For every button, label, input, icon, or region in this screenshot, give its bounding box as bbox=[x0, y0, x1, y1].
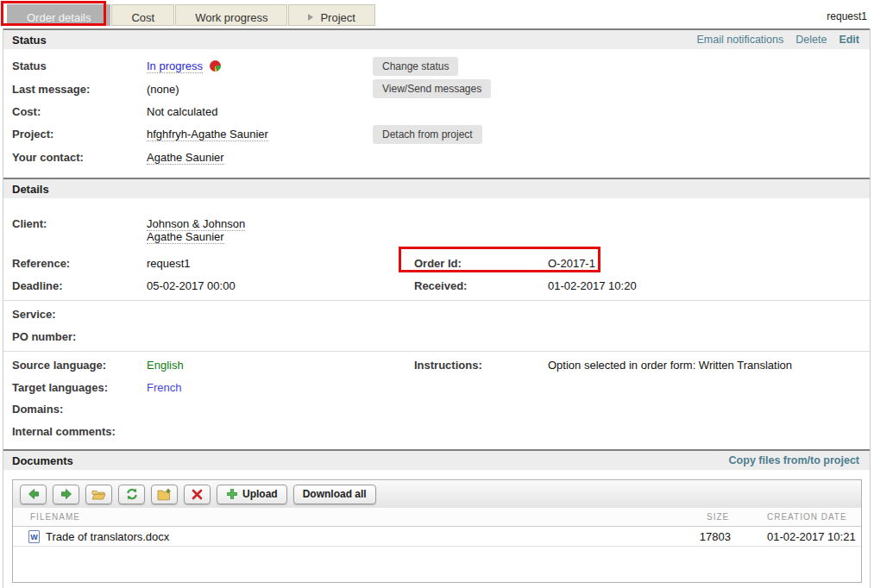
project-value-link[interactable]: hfghfryh-Agathe Saunier bbox=[147, 128, 268, 141]
cost-label: Cost: bbox=[12, 105, 41, 118]
details-section-title: Details bbox=[3, 183, 49, 196]
refresh-icon bbox=[125, 487, 139, 501]
client-name-link[interactable]: Johnson & Johnson bbox=[147, 217, 245, 231]
internal-comments-label: Internal comments: bbox=[12, 425, 116, 438]
last-message-value: (none) bbox=[147, 83, 179, 96]
status-section-title: Status bbox=[3, 34, 47, 47]
status-section-actions: Email notifications Delete Edit bbox=[697, 30, 860, 49]
download-all-button-label: Download all bbox=[303, 488, 367, 500]
tab-order-details-label: Order details bbox=[27, 11, 91, 24]
size-column-header[interactable]: SIZE bbox=[707, 512, 729, 522]
upload-button[interactable]: Upload bbox=[217, 485, 287, 504]
filename-column-header[interactable]: FILENAME bbox=[30, 512, 80, 522]
forward-arrow-button[interactable] bbox=[53, 485, 79, 504]
details-divider-1 bbox=[3, 300, 870, 301]
open-folder-icon bbox=[91, 488, 106, 501]
file-name: Trade of translators.docx bbox=[46, 530, 169, 543]
target-languages-value: French bbox=[147, 381, 181, 394]
documents-panel: Upload Download all FILENAME SIZE CREATI… bbox=[12, 479, 862, 583]
file-creation-date: 01-02-2017 10:21 bbox=[767, 530, 856, 543]
delete-file-button[interactable] bbox=[184, 485, 211, 504]
file-row[interactable]: W Trade of translators.docx 17803 01-02-… bbox=[13, 527, 861, 547]
details-section-header: Details bbox=[3, 178, 870, 198]
project-label: Project: bbox=[12, 128, 53, 141]
creation-date-column-header[interactable]: CREATION DATE bbox=[767, 512, 847, 522]
delete-x-icon bbox=[191, 488, 204, 501]
details-divider-2 bbox=[3, 351, 870, 352]
reference-value: request1 bbox=[147, 257, 191, 270]
upload-button-label: Upload bbox=[242, 488, 278, 500]
your-contact-value[interactable]: Agathe Saunier bbox=[147, 151, 224, 165]
delete-link[interactable]: Delete bbox=[795, 34, 827, 46]
documents-section-header: Documents Copy files from/to project bbox=[3, 449, 870, 470]
your-contact-label: Your contact: bbox=[12, 151, 84, 164]
tab-order-details[interactable]: Order details bbox=[7, 4, 110, 26]
last-message-label: Last message: bbox=[12, 83, 90, 96]
page-reference: request1 bbox=[827, 10, 867, 22]
view-send-messages-button[interactable]: View/Send messages bbox=[373, 79, 491, 98]
tab-bar: Order details Cost Work progress Project bbox=[7, 4, 376, 26]
word-file-icon: W bbox=[28, 530, 40, 543]
po-number-label: PO number: bbox=[12, 330, 76, 343]
documents-toolbar: Upload Download all bbox=[13, 480, 861, 508]
frame-left-edge bbox=[3, 28, 3, 588]
reference-label: Reference: bbox=[12, 257, 70, 270]
domains-label: Domains: bbox=[12, 403, 63, 416]
project-tab-arrow-icon bbox=[308, 14, 313, 21]
received-label: Received: bbox=[414, 279, 467, 292]
target-languages-label: Target languages: bbox=[12, 381, 108, 394]
service-label: Service: bbox=[12, 308, 56, 321]
instructions-label: Instructions: bbox=[414, 359, 482, 372]
email-notifications-link[interactable]: Email notifications bbox=[697, 34, 784, 46]
forward-arrow-icon bbox=[60, 487, 73, 501]
instructions-value: Option selected in order form: Written T… bbox=[548, 359, 792, 372]
order-id-value: O-2017-1 bbox=[548, 257, 595, 270]
tab-project-label: Project bbox=[320, 11, 355, 24]
frame-right-edge bbox=[870, 28, 871, 588]
deadline-label: Deadline: bbox=[12, 279, 63, 292]
change-status-button[interactable]: Change status bbox=[373, 57, 458, 76]
open-folder-button[interactable] bbox=[85, 485, 112, 504]
download-all-button[interactable]: Download all bbox=[293, 485, 376, 504]
back-arrow-button[interactable] bbox=[20, 485, 47, 504]
tab-work-progress-label: Work progress bbox=[195, 11, 267, 24]
documents-table-header: FILENAME SIZE CREATION DATE bbox=[13, 508, 861, 527]
tab-cost[interactable]: Cost bbox=[111, 4, 174, 26]
refresh-button[interactable] bbox=[118, 485, 145, 504]
order-details-page: Order details Cost Work progress Project… bbox=[0, 0, 874, 588]
tab-work-progress[interactable]: Work progress bbox=[175, 4, 287, 26]
source-language-value: English bbox=[147, 359, 184, 372]
pie-chart-status-icon bbox=[210, 60, 221, 72]
status-section-header: Status Email notifications Delete Edit bbox=[3, 28, 870, 49]
copy-files-link[interactable]: Copy files from/to project bbox=[729, 454, 859, 466]
back-arrow-icon bbox=[27, 487, 41, 501]
status-value-link[interactable]: In progress bbox=[147, 59, 203, 73]
status-field-label: Status bbox=[12, 59, 47, 72]
tab-cost-label: Cost bbox=[131, 11, 154, 24]
documents-section-title: Documents bbox=[3, 454, 73, 467]
new-folder-button[interactable] bbox=[151, 485, 178, 504]
deadline-value: 05-02-2017 00:00 bbox=[147, 279, 236, 292]
source-language-label: Source language: bbox=[12, 359, 106, 372]
client-contact-link[interactable]: Agathe Saunier bbox=[147, 230, 224, 244]
detach-from-project-button[interactable]: Detach from project bbox=[373, 125, 482, 144]
order-id-label: Order Id: bbox=[414, 257, 462, 270]
plus-icon bbox=[226, 488, 238, 500]
cost-value: Not calculated bbox=[147, 105, 217, 118]
file-size: 17803 bbox=[677, 530, 731, 543]
received-value: 01-02-2017 10:20 bbox=[548, 279, 637, 292]
new-folder-icon bbox=[157, 488, 172, 501]
tab-project[interactable]: Project bbox=[288, 4, 374, 26]
edit-link[interactable]: Edit bbox=[839, 34, 859, 46]
client-label: Client: bbox=[12, 217, 47, 230]
